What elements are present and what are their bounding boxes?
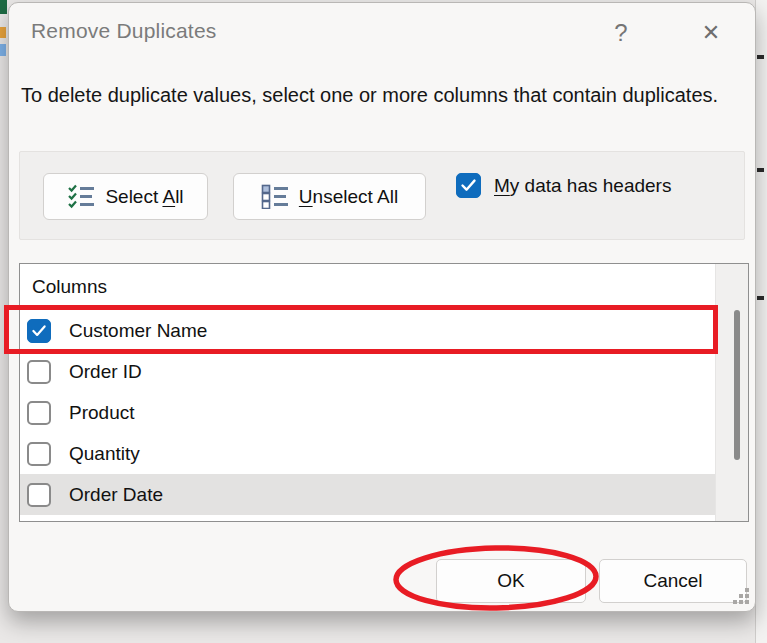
dialog-description: To delete duplicate values, select one o…	[21, 81, 727, 110]
select-all-label: Select All	[105, 186, 183, 208]
unselect-all-button[interactable]: Unselect All	[233, 173, 426, 220]
column-row-product[interactable]: Product	[20, 392, 716, 433]
cancel-button[interactable]: Cancel	[599, 559, 747, 603]
dialog-title: Remove Duplicates	[31, 19, 216, 43]
remove-duplicates-dialog: Remove Duplicates ? ✕ To delete duplicat…	[8, 2, 756, 612]
column-label: Quantity	[69, 443, 140, 465]
column-row-customer-name[interactable]: Customer Name	[20, 310, 716, 351]
scrollbar-thumb[interactable]	[734, 310, 740, 460]
column-label: Order Date	[69, 484, 163, 506]
scrollbar-track[interactable]	[715, 264, 748, 521]
column-label: Order ID	[69, 361, 142, 383]
worksheet-row-mark	[757, 168, 764, 172]
worksheet-row-mark	[757, 296, 764, 300]
checkbox-unchecked[interactable]	[27, 442, 51, 466]
checkbox-unchecked[interactable]	[27, 483, 51, 507]
background-worksheet-strip	[755, 0, 767, 643]
ok-button[interactable]: OK	[436, 559, 586, 603]
select-all-button[interactable]: Select All	[43, 173, 208, 220]
column-row-order-date[interactable]: Order Date	[20, 474, 716, 515]
checkmark-icon	[460, 178, 477, 193]
unselect-all-icon	[261, 184, 290, 209]
checkbox-checked[interactable]	[456, 173, 481, 198]
help-icon[interactable]: ?	[601, 13, 641, 53]
columns-rows: Customer Name Order ID Product Quantity …	[20, 310, 716, 515]
my-data-has-headers-checkbox[interactable]: My data has headers	[456, 173, 671, 198]
checkmark-icon	[31, 324, 47, 338]
columns-listbox: Columns Customer Name Order ID Product	[19, 263, 749, 522]
my-data-has-headers-label: My data has headers	[494, 175, 671, 197]
background-app-fragment	[0, 27, 6, 38]
resize-grip[interactable]	[733, 588, 750, 605]
column-row-quantity[interactable]: Quantity	[20, 433, 716, 474]
worksheet-row-mark	[757, 55, 764, 59]
column-label: Product	[69, 402, 134, 424]
column-label: Customer Name	[69, 320, 207, 342]
checkbox-checked[interactable]	[27, 319, 51, 343]
close-icon[interactable]: ✕	[689, 13, 733, 53]
checkbox-unchecked[interactable]	[27, 360, 51, 384]
unselect-all-label: Unselect All	[299, 186, 398, 208]
select-all-icon	[67, 184, 96, 209]
checkbox-unchecked[interactable]	[27, 401, 51, 425]
selection-toolbar: Select All Unselect All My data has head…	[19, 151, 745, 240]
column-row-order-id[interactable]: Order ID	[20, 351, 716, 392]
background-app-fragment	[0, 44, 6, 56]
columns-list-header: Columns	[32, 276, 107, 298]
background-app-fragment	[0, 0, 7, 14]
